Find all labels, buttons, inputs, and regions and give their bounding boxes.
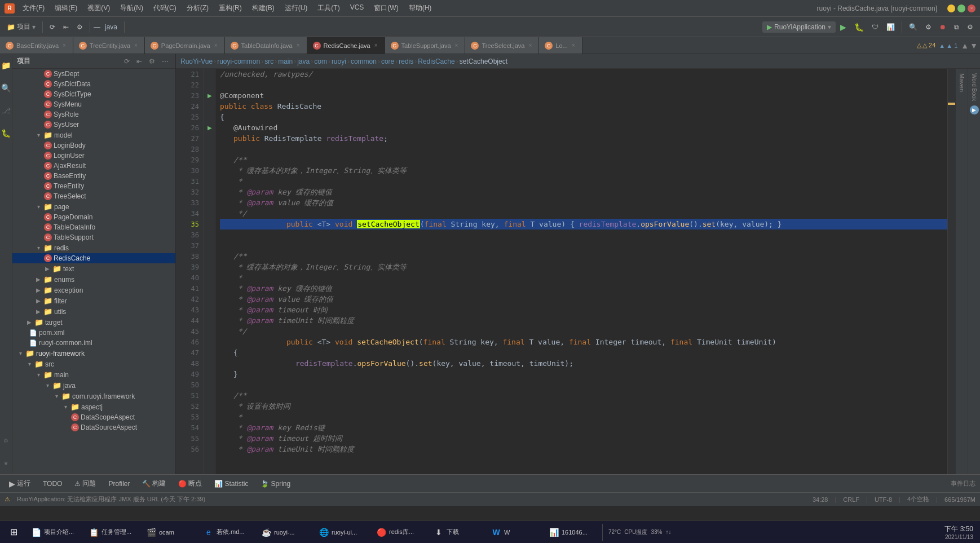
bottom-btn-breakpoints[interactable]: 🔴 断点 xyxy=(174,478,206,489)
bottom-btn-spring[interactable]: 🍃 Spring xyxy=(256,479,295,489)
breadcrumb-common[interactable]: common xyxy=(351,58,377,65)
sidebar-item-iml[interactable]: 📄 ruoyi-common.iml xyxy=(12,338,175,348)
sidebar-item-loginuser[interactable]: C LoginUser xyxy=(12,151,175,161)
search-button[interactable]: 🔍 xyxy=(906,21,921,33)
sidebar-item-enums[interactable]: ▶ 📁 enums xyxy=(12,274,175,285)
activity-icon-bookmark[interactable]: ★ xyxy=(0,452,12,474)
breadcrumb-ruoyicommon[interactable]: ruoyi-common xyxy=(217,58,260,65)
code-content[interactable]: /unchecked, rawtypes/ @Component public … xyxy=(215,69,947,474)
bottom-btn-build[interactable]: 🔨 构建 xyxy=(138,478,170,489)
sidebar-sync-btn[interactable]: ⟳ xyxy=(122,57,132,66)
word-book-label[interactable]: Word Book xyxy=(971,73,977,101)
sidebar-more-btn[interactable]: ⋯ xyxy=(160,57,171,66)
sidebar-item-rediscache[interactable]: C RedisCache xyxy=(12,253,175,263)
breadcrumb-redis[interactable]: redis xyxy=(399,58,413,65)
sidebar-item-ruoyi-framework[interactable]: ▾ 📁 ruoyi-framework xyxy=(12,348,175,359)
maven-label[interactable]: Maven xyxy=(959,73,965,92)
menu-file[interactable]: 文件(F) xyxy=(18,2,49,14)
debug-button[interactable]: 🐛 xyxy=(851,21,867,33)
tab-redis-cache[interactable]: C RedisCache.java × xyxy=(307,37,385,54)
sidebar-item-main2[interactable]: ▾ 📁 main xyxy=(12,369,175,380)
tab-tree-entity[interactable]: C TreeEntity.java × xyxy=(73,37,145,54)
menu-code[interactable]: 代码(C) xyxy=(149,2,181,14)
menu-view[interactable]: 视图(V) xyxy=(83,2,114,14)
record-button[interactable]: ⏺ xyxy=(936,21,950,33)
sidebar-item-datascopeaspect[interactable]: C DataScopeAspect xyxy=(12,412,175,422)
sync-button[interactable]: ⟳ xyxy=(46,21,59,33)
tab-table-support[interactable]: C TableSupport.java × xyxy=(385,37,466,54)
breadcrumb-java[interactable]: java xyxy=(297,58,310,65)
status-encoding[interactable]: UTF-8 xyxy=(875,496,892,503)
menu-analyze[interactable]: 分析(Z) xyxy=(182,2,213,14)
sidebar-item-baseentity[interactable]: C BaseEntity xyxy=(12,171,175,181)
taskbar-app-2[interactable]: 📋 任务管理... xyxy=(83,524,140,540)
activity-icon-1[interactable]: 📁 xyxy=(0,54,12,77)
toolbar-project-toggle[interactable]: 📁 项目 ▾ xyxy=(3,20,39,33)
sidebar-item-target[interactable]: ▶ 📁 target xyxy=(12,317,175,328)
taskbar-app-1[interactable]: 📄 项目介绍... xyxy=(26,524,82,540)
menu-help[interactable]: 帮助(H) xyxy=(404,2,436,14)
menu-run[interactable]: 运行(U) xyxy=(280,2,312,14)
bottom-btn-run[interactable]: ▶ 运行 xyxy=(5,478,35,489)
tab-close-redis-cache[interactable]: × xyxy=(373,42,379,49)
breadcrumb-core[interactable]: core xyxy=(381,58,394,65)
minimize-button[interactable]: − xyxy=(947,5,955,12)
menu-edit[interactable]: 编辑(E) xyxy=(50,2,82,14)
scroll-up-button[interactable]: ▲ xyxy=(961,41,969,50)
breadcrumb-ruoyi[interactable]: ruoyi xyxy=(332,58,346,65)
sidebar-item-sysdictdata[interactable]: C SysDictData xyxy=(12,79,175,89)
sidebar-item-sysmenu[interactable]: C SysMenu xyxy=(12,99,175,109)
tab-close-table-data-info[interactable]: × xyxy=(295,42,301,49)
run-button[interactable]: ▶ xyxy=(837,21,850,33)
sidebar-item-ajaxresult[interactable]: C AjaxResult xyxy=(12,161,175,171)
coverage-button[interactable]: 🛡 xyxy=(868,21,882,33)
sidebar-item-sysrole[interactable]: C SysRole xyxy=(12,109,175,120)
tab-close-page-domain[interactable]: × xyxy=(213,42,219,49)
run-config-selector[interactable]: ▶ RuoYiApplication ▾ xyxy=(762,21,836,33)
sidebar-item-comruoyi[interactable]: ▾ 📁 com.ruoyi.framework xyxy=(12,391,175,401)
bottom-btn-todo[interactable]: TODO xyxy=(38,479,67,489)
sidebar-item-tabledatainfo[interactable]: C TableDataInfo xyxy=(12,222,175,232)
word-book-icon[interactable]: ▶ xyxy=(970,105,979,114)
tab-table-data-info[interactable]: C TableDataInfo.java × xyxy=(225,37,307,54)
sidebar-item-pomxml[interactable]: 📄 pom.xml xyxy=(12,328,175,338)
event-log-btn[interactable]: 事件日志 xyxy=(951,479,975,488)
taskbar-app-3[interactable]: 🎬 ocam xyxy=(141,524,197,540)
tab-base-entity[interactable]: C BaseEntity.java × xyxy=(0,37,73,54)
code-area[interactable]: 21 22 23 24 25 26 27 28 29 30 31 32 33 3… xyxy=(176,69,980,474)
sidebar-item-sysdept[interactable]: C SysDept xyxy=(12,69,175,79)
status-linesep[interactable]: CRLF xyxy=(843,496,859,503)
taskbar-app-10[interactable]: 📊 161046... xyxy=(544,524,600,540)
sidebar-item-exception[interactable]: ▶ 📁 exception xyxy=(12,285,175,295)
sidebar-item-pagedomain[interactable]: C PageDomain xyxy=(12,212,175,222)
breadcrumb-rediscache[interactable]: RedisCache xyxy=(418,58,454,65)
status-indent[interactable]: 4个空格 xyxy=(907,495,929,504)
bottom-btn-problems[interactable]: ⚠ 问题 xyxy=(70,478,100,489)
sidebar-item-loginbody[interactable]: C LoginBody xyxy=(12,140,175,151)
tab-close-tree-select[interactable]: × xyxy=(527,42,533,49)
start-button[interactable]: ⊞ xyxy=(2,522,25,542)
sidebar-item-src2[interactable]: ▾ 📁 src xyxy=(12,359,175,369)
taskbar-app-5[interactable]: ☕ ruoyi-... xyxy=(256,524,312,540)
sidebar-collapse-btn[interactable]: ⇤ xyxy=(134,57,144,66)
settings-button[interactable]: ⚙ xyxy=(73,21,86,33)
sidebar-item-utils[interactable]: ▶ 📁 utils xyxy=(12,306,175,317)
activity-icon-settings[interactable]: ⚙ xyxy=(0,429,12,452)
activity-icon-3[interactable]: ⎇ xyxy=(0,99,12,122)
status-position[interactable]: 34:28 xyxy=(813,496,828,503)
tab-lo[interactable]: C Lo... × xyxy=(539,37,582,54)
settings2-button[interactable]: ⚙ xyxy=(964,21,977,33)
taskbar-app-9[interactable]: W W xyxy=(486,524,542,540)
tab-close-lo[interactable]: × xyxy=(571,42,576,49)
settings-global-button[interactable]: ⚙ xyxy=(922,21,935,33)
sidebar-item-page[interactable]: ▾ 📁 page xyxy=(12,201,175,212)
menu-refactor[interactable]: 重构(R) xyxy=(214,2,246,14)
menu-vcs[interactable]: VCS xyxy=(346,2,369,14)
menu-build[interactable]: 构建(B) xyxy=(248,2,279,14)
tab-close-tree-entity[interactable]: × xyxy=(133,42,139,49)
sidebar-item-treeselect[interactable]: C TreeSelect xyxy=(12,191,175,201)
sidebar-item-text[interactable]: ▶ 📁 text xyxy=(12,263,175,274)
sidebar-gear-btn[interactable]: ⚙ xyxy=(147,57,157,66)
activity-icon-4[interactable]: 🐛 xyxy=(0,122,12,144)
profile-button[interactable]: 📊 xyxy=(883,21,898,33)
